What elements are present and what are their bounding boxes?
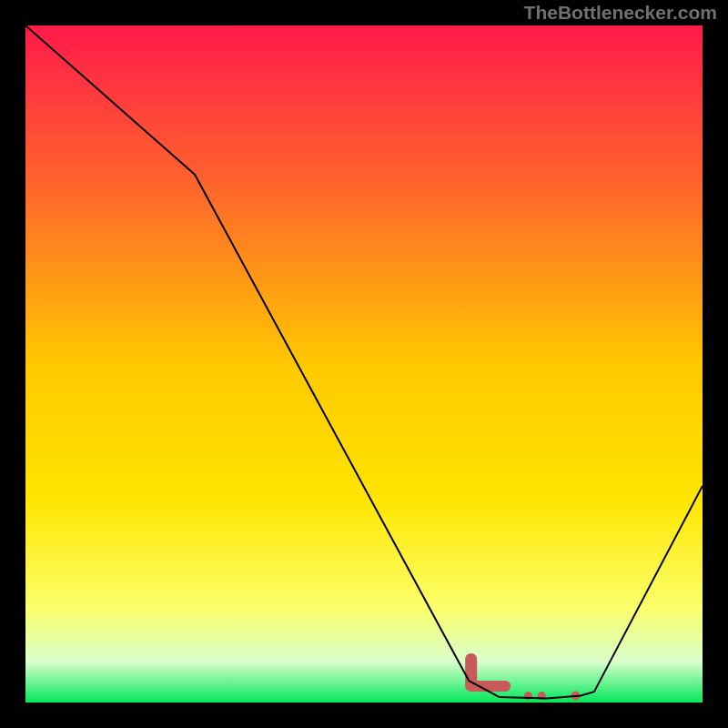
chart-svg [25,25,703,703]
chart-background [25,25,703,703]
watermark-text: TheBottlenecker.com [524,2,717,24]
chart-plot-area [25,25,703,703]
